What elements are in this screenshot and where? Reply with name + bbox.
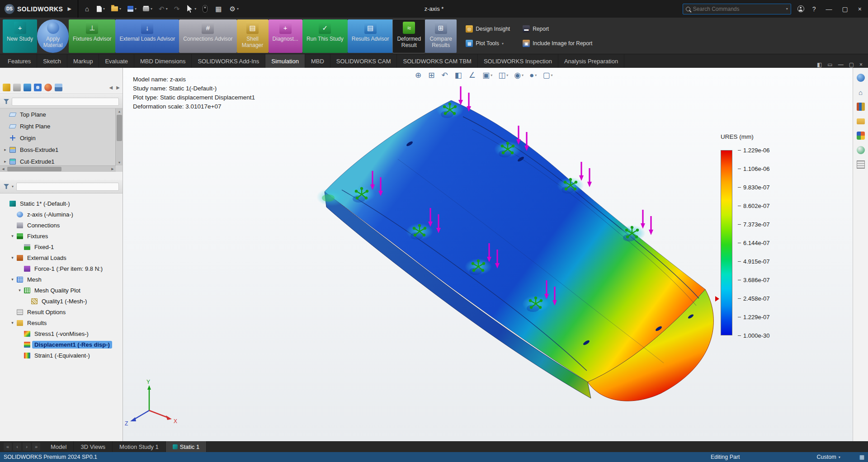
commandmanager-tab[interactable]: Sketch [37,54,67,68]
scrollbar-thumb[interactable] [7,167,61,171]
show-panes-icon[interactable]: ◧ [817,61,822,68]
commandmanager-tab[interactable]: Simulation [265,54,305,68]
hide-show-items-icon[interactable]: ◉▾ [514,71,524,79]
study-tree-item[interactable]: ▾ Mesh [0,274,123,285]
filter-funnel-icon[interactable] [4,184,9,189]
feature-tree-item[interactable]: Top Plane [0,108,123,120]
scroll-up-icon[interactable]: ▲ [116,108,123,114]
commandmanager-tab[interactable]: SOLIDWORKS Add-Ins [192,54,265,68]
ribbon-tool-button[interactable]: ▣ Include Image for Report [520,37,598,50]
table-icon[interactable]: ▦ [212,0,226,18]
tree-horizontal-scrollbar[interactable]: ◀ ▶ [0,165,116,172]
study-tree-item[interactable]: Force-1 (:Per item: 9.8 N:) [0,263,123,274]
study-tab[interactable]: Model [44,441,74,452]
study-tab[interactable]: Static 1 [166,441,207,452]
next-tab-icon[interactable]: › [23,443,31,451]
dimxpert-manager-tab-icon[interactable] [34,84,42,91]
graphics-area[interactable]: Model name: z-axisStudy name: Static 1(-… [123,68,853,441]
restore-document-icon[interactable]: ▢ [849,61,854,68]
view-palette-icon[interactable] [856,131,865,140]
dynamic-annotation-icon[interactable]: ∠ [469,71,476,79]
feature-manager-tab-icon[interactable] [3,84,10,91]
macro-record-icon[interactable] [199,0,212,18]
ribbon-button[interactable]: ⊞ Compare Results [425,19,457,53]
cam-manager-tab-icon[interactable] [55,84,62,91]
ribbon-button[interactable]: Apply Material [37,19,69,53]
feature-tree-item[interactable]: Right Plane [0,120,123,132]
last-tab-icon[interactable]: » [32,443,40,451]
save-icon[interactable]: ▾ [124,0,140,18]
feature-tree-item[interactable]: ▸ Boss-Extrude1 [0,144,123,156]
ribbon-button[interactable]: # Connections Advisor [179,19,236,53]
scroll-right-icon[interactable]: ▶ [109,166,116,172]
edit-appearance-icon[interactable]: ●▾ [529,71,537,79]
redo-icon[interactable]: ↷ [171,0,184,18]
filter-input[interactable] [16,183,119,191]
restore-window-icon[interactable]: ▢ [840,5,850,13]
study-tree-item[interactable]: Static 1* (-Default-) [0,198,123,209]
commandmanager-tab[interactable]: Features [2,54,37,68]
tab-scroll-left-icon[interactable]: ◀ [109,85,113,90]
ribbon-button[interactable]: ▤ Results Advisor [348,19,393,53]
solidworks-resources-icon[interactable] [856,73,865,82]
commandmanager-tab[interactable]: SOLIDWORKS CAM TBM [397,54,477,68]
ribbon-button[interactable]: ≈ Deformed Result [393,19,425,53]
options-icon[interactable]: ⚙ ▾ [226,0,241,18]
undo-icon[interactable]: ↶ ▾ [156,0,171,18]
display-state-dropdown-icon[interactable]: ▾ [839,455,840,459]
expand-arrow-icon[interactable]: ▸ [3,147,8,152]
commandmanager-tab[interactable]: SOLIDWORKS CAM [330,54,397,68]
home-icon[interactable]: ⌂ [82,0,94,18]
expand-arrow-icon[interactable]: ▾ [10,255,15,260]
search-dropdown-icon[interactable]: ▾ [786,7,788,11]
expand-arrow-icon[interactable]: ▾ [10,321,15,325]
ribbon-button[interactable]: + Diagnost... [269,19,302,53]
ribbon-button[interactable]: ▤ Shell Manager [237,19,269,53]
display-manager-tab-icon[interactable] [44,84,52,91]
first-tab-icon[interactable]: « [4,443,12,451]
search-commands-box[interactable]: ▾ [683,4,791,14]
study-tree-item[interactable]: Result Options [0,306,123,317]
previous-tab-icon[interactable]: ‹ [13,443,21,451]
commandmanager-tab[interactable]: MBD Dimensions [134,54,192,68]
commandmanager-tab[interactable]: Evaluate [99,54,134,68]
logo-expand-icon[interactable]: ▶ [67,6,71,12]
file-explorer-icon[interactable] [856,117,865,126]
user-account-icon[interactable] [797,5,804,12]
study-tree-item[interactable]: z-axis (-Alumina-) [0,209,123,220]
commandmanager-tab[interactable]: SOLIDWORKS Inspection [478,54,558,68]
home-pane-icon[interactable]: ⌂ [856,88,865,97]
ribbon-tool-button[interactable]: ▬ Report [520,22,598,36]
close-document-icon[interactable]: × [859,61,863,68]
feature-tree-item[interactable]: Origin [0,132,123,144]
commandmanager-tab[interactable]: Analysis Preparation [558,54,624,68]
filter-input[interactable] [12,98,119,106]
scroll-left-icon[interactable]: ◀ [0,166,6,172]
display-style-icon[interactable]: ◫▾ [498,71,508,79]
study-tab[interactable]: 3D Views [74,441,113,452]
study-tree-item[interactable]: ▾ Mesh Quality Plot [0,285,123,296]
property-manager-tab-icon[interactable] [13,84,21,91]
zoom-area-icon[interactable]: ⊞ [428,71,435,79]
scrollbar-thumb[interactable] [117,115,122,141]
new-document-icon[interactable]: ▾ [94,0,108,18]
commandmanager-tab[interactable]: Markup [67,54,99,68]
open-document-icon[interactable]: ▾ [108,0,124,18]
select-tool-icon[interactable]: ▾ [184,0,199,18]
ribbon-button[interactable]: ✓ Run This Study [302,19,348,53]
tree-vertical-scrollbar[interactable]: ▲ ▼ [115,108,123,165]
ribbon-button[interactable]: + New Study [3,19,37,53]
expand-arrow-icon[interactable]: ▾ [17,288,22,292]
view-orientation-icon[interactable]: ▣▾ [482,71,492,79]
zoom-fit-icon[interactable]: ⊕ [415,71,422,79]
study-tree-item[interactable]: ▾ Fixtures [0,231,123,241]
section-view-icon[interactable]: ◧ [455,71,463,79]
solidworks-logo[interactable]: DS SOLIDWORKS ▶ [0,0,78,18]
study-tree-item[interactable]: ▾ Results [0,317,123,328]
restore-pane-icon[interactable]: ▭ [827,61,832,68]
print-icon[interactable]: ▾ [140,0,156,18]
commandmanager-tab[interactable]: MBD [305,54,330,68]
study-tree-item[interactable]: Stress1 (-vonMises-) [0,328,123,339]
help-icon[interactable]: ? [811,5,818,13]
configuration-manager-tab-icon[interactable] [24,84,31,91]
